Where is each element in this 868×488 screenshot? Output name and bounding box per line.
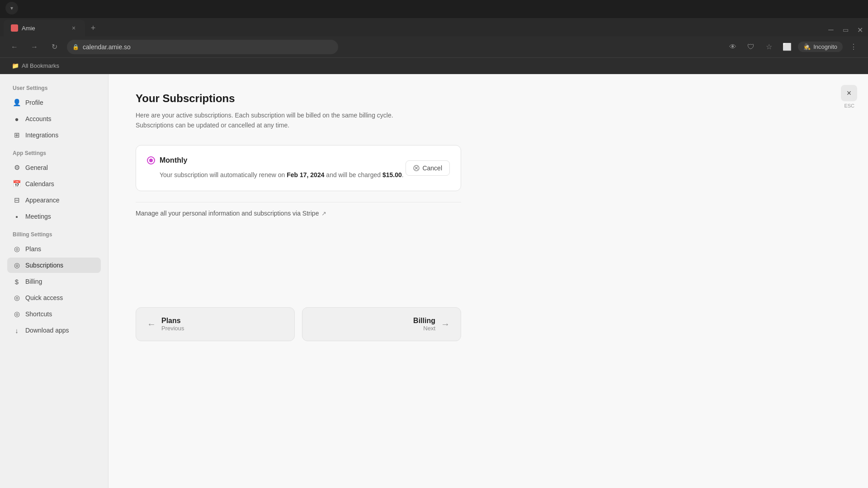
sidebar-item-subscriptions[interactable]: ◎ Subscriptions bbox=[7, 258, 101, 273]
bookmarks-bar: 📁 All Bookmarks bbox=[0, 58, 868, 74]
sidebar-general-label: General bbox=[25, 164, 48, 171]
cancel-label: Cancel bbox=[422, 164, 442, 172]
browser-toolbar: ← → ↻ 🔒 calendar.amie.so 👁 🛡 ☆ ⬜ 🕵 Incog… bbox=[0, 36, 868, 58]
sidebar-download-apps-label: Download apps bbox=[25, 327, 69, 334]
cancel-icon bbox=[413, 165, 420, 171]
sidebar: User Settings 👤 Profile ● Accounts ⊞ Int… bbox=[0, 74, 108, 488]
description-line1: Here are your active subscriptions. Each… bbox=[136, 112, 393, 119]
active-tab[interactable]: Amie × bbox=[4, 20, 85, 36]
reload-button[interactable]: ↻ bbox=[47, 40, 61, 54]
stripe-link[interactable]: Manage all your personal information and… bbox=[136, 210, 841, 217]
prev-arrow-icon: ← bbox=[147, 319, 156, 329]
sub-details: Your subscription will automatically ren… bbox=[147, 170, 406, 180]
sidebar-appearance-label: Appearance bbox=[25, 197, 60, 204]
nav-next-text: Billing Next bbox=[413, 317, 435, 332]
sidebar-profile-label: Profile bbox=[25, 99, 43, 106]
subscription-details: Monthly Your subscription will automatic… bbox=[147, 156, 406, 180]
close-icon: × bbox=[847, 89, 852, 98]
subscription-type: Monthly bbox=[160, 156, 187, 164]
main-content: × ESC Your Subscriptions Here are your a… bbox=[108, 74, 868, 488]
incognito-icon: 🕵 bbox=[803, 43, 811, 50]
close-window-button[interactable]: ✕ bbox=[855, 25, 864, 34]
sidebar-item-accounts[interactable]: ● Accounts bbox=[7, 111, 101, 127]
download-icon: ↓ bbox=[13, 326, 21, 334]
sidebar-meetings-label: Meetings bbox=[25, 213, 51, 220]
sidebar-billing-label: Billing bbox=[25, 278, 42, 285]
address-bar[interactable]: 🔒 calendar.amie.so bbox=[67, 40, 338, 54]
sidebar-item-integrations[interactable]: ⊞ Integrations bbox=[7, 127, 101, 143]
nav-footer: ← Plans Previous Billing Next → bbox=[136, 307, 461, 341]
close-button[interactable]: × bbox=[841, 85, 857, 101]
sub-radio-inner bbox=[149, 159, 153, 162]
subscription-card-inner: Monthly Your subscription will automatic… bbox=[147, 156, 450, 180]
profile-icon: 👤 bbox=[13, 99, 21, 107]
sidebar-item-calendars[interactable]: 📅 Calendars bbox=[7, 176, 101, 192]
browser-chrome: ▾ Amie × + ─ ▭ ✕ ← → ↻ 🔒 calendar.amie.s… bbox=[0, 0, 868, 74]
sidebar-item-appearance[interactable]: ⊟ Appearance bbox=[7, 192, 101, 208]
nav-next-label: Billing bbox=[413, 317, 435, 325]
shield-icon[interactable]: 🛡 bbox=[744, 40, 758, 54]
eye-off-icon[interactable]: 👁 bbox=[726, 40, 740, 54]
tab-favicon bbox=[11, 24, 18, 32]
stripe-link-text: Manage all your personal information and… bbox=[136, 210, 319, 217]
forward-button[interactable]: → bbox=[27, 40, 42, 54]
tab-close-button[interactable]: × bbox=[70, 24, 78, 32]
bookmarks-folder-button[interactable]: 📁 All Bookmarks bbox=[7, 61, 64, 71]
incognito-label: Incognito bbox=[813, 43, 837, 50]
page-description: Here are your active subscriptions. Each… bbox=[136, 110, 452, 131]
new-tab-button[interactable]: + bbox=[87, 22, 99, 34]
star-icon[interactable]: ☆ bbox=[762, 40, 776, 54]
incognito-button[interactable]: 🕵 Incognito bbox=[798, 42, 843, 52]
shortcuts-icon: ◎ bbox=[13, 310, 21, 318]
nav-prev-label: Plans bbox=[161, 317, 184, 325]
plans-icon: ◎ bbox=[13, 245, 21, 253]
address-text: calendar.amie.so bbox=[83, 43, 131, 51]
nav-next-sublabel: Next bbox=[413, 325, 435, 332]
sidebar-toggle[interactable]: ⬜ bbox=[780, 40, 794, 54]
renew-text: Your subscription will automatically ren… bbox=[160, 171, 285, 178]
sub-radio bbox=[147, 156, 155, 164]
app-settings-label: App Settings bbox=[7, 150, 101, 156]
meetings-icon: ▪ bbox=[13, 212, 21, 221]
tab-title: Amie bbox=[22, 25, 66, 32]
sidebar-item-download-apps[interactable]: ↓ Download apps bbox=[7, 323, 101, 338]
nav-next-card[interactable]: Billing Next → bbox=[302, 307, 461, 341]
billing-icon: $ bbox=[13, 277, 21, 286]
next-arrow-icon: → bbox=[441, 319, 450, 329]
secure-icon: 🔒 bbox=[72, 44, 79, 50]
sidebar-plans-label: Plans bbox=[25, 245, 41, 253]
sidebar-calendars-label: Calendars bbox=[25, 180, 54, 188]
integrations-icon: ⊞ bbox=[13, 131, 21, 139]
billing-settings-label: Billing Settings bbox=[7, 231, 101, 238]
sidebar-item-general[interactable]: ⚙ General bbox=[7, 160, 101, 175]
back-button[interactable]: ← bbox=[7, 40, 22, 54]
maximize-button[interactable]: ▭ bbox=[841, 25, 850, 34]
subscription-card: Monthly Your subscription will automatic… bbox=[136, 145, 461, 191]
more-button[interactable]: ⋮ bbox=[846, 40, 861, 54]
tab-list-controls[interactable]: ▾ bbox=[5, 2, 18, 14]
quick-access-icon: ◎ bbox=[13, 294, 21, 302]
nav-prev-sublabel: Previous bbox=[161, 325, 184, 332]
page-title: Your Subscriptions bbox=[136, 92, 841, 105]
minimize-button[interactable]: ─ bbox=[826, 25, 835, 34]
sidebar-item-meetings[interactable]: ▪ Meetings bbox=[7, 209, 101, 224]
cancel-subscription-button[interactable]: Cancel bbox=[406, 160, 450, 176]
appearance-icon: ⊟ bbox=[13, 196, 21, 204]
nav-prev-card[interactable]: ← Plans Previous bbox=[136, 307, 295, 341]
esc-label: ESC bbox=[844, 103, 854, 108]
stripe-external-icon: ↗ bbox=[321, 210, 326, 217]
charge-text: and will be charged bbox=[326, 171, 381, 178]
folder-icon: 📁 bbox=[12, 62, 19, 69]
toolbar-icons: 👁 🛡 ☆ ⬜ 🕵 Incognito ⋮ bbox=[726, 40, 861, 54]
general-icon: ⚙ bbox=[13, 164, 21, 172]
sidebar-item-quick-access[interactable]: ◎ Quick access bbox=[7, 290, 101, 305]
renew-date: Feb 17, 2024 bbox=[287, 171, 324, 178]
browser-titlebar: ▾ bbox=[0, 0, 868, 18]
sidebar-item-billing[interactable]: $ Billing bbox=[7, 274, 101, 289]
sidebar-subscriptions-label: Subscriptions bbox=[25, 262, 63, 269]
sidebar-quick-access-label: Quick access bbox=[25, 294, 63, 301]
sidebar-item-profile[interactable]: 👤 Profile bbox=[7, 95, 101, 110]
sidebar-item-plans[interactable]: ◎ Plans bbox=[7, 241, 101, 257]
bookmarks-label: All Bookmarks bbox=[22, 62, 59, 69]
sidebar-item-shortcuts[interactable]: ◎ Shortcuts bbox=[7, 306, 101, 322]
